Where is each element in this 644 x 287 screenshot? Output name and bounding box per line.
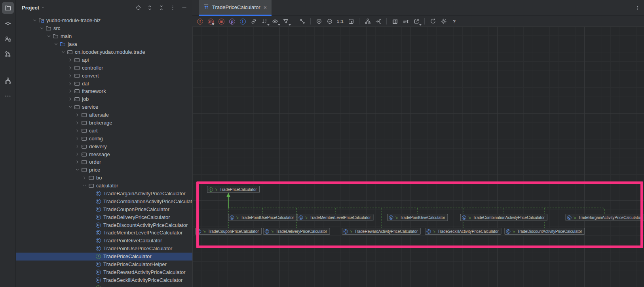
tree-chevron-icon[interactable] bbox=[59, 49, 66, 55]
tree-item[interactable]: I bbox=[16, 284, 192, 287]
apply-layout-icon[interactable] bbox=[364, 18, 371, 25]
tree-chevron-icon[interactable] bbox=[74, 127, 81, 134]
tree-item[interactable]: framework bbox=[16, 87, 192, 95]
tree-chevron-icon[interactable] bbox=[74, 112, 81, 118]
tree-item[interactable]: src bbox=[16, 25, 192, 32]
options-menu-icon[interactable] bbox=[168, 3, 177, 12]
tree-chevron-icon[interactable] bbox=[66, 57, 74, 63]
tree-item[interactable]: calculator bbox=[16, 182, 192, 190]
tree-chevron-icon[interactable] bbox=[74, 120, 81, 126]
tree-item[interactable]: controller bbox=[16, 64, 192, 72]
diagram-node[interactable]: I TradePriceCalculator bbox=[207, 186, 260, 193]
sort-icon[interactable] bbox=[261, 18, 268, 25]
zoom-out-icon[interactable] bbox=[326, 18, 333, 25]
tab-bar-options-icon[interactable] bbox=[633, 4, 642, 12]
tree-chevron-icon[interactable] bbox=[66, 80, 74, 87]
tree-item[interactable]: C TradeCombinationActivityPriceCalculato… bbox=[16, 197, 192, 205]
structure-icon[interactable] bbox=[2, 75, 14, 87]
tree-chevron-icon[interactable] bbox=[74, 167, 81, 173]
tree-item[interactable]: C TradeRewardActivityPriceCalculator bbox=[16, 268, 192, 276]
methods-icon[interactable]: m bbox=[218, 18, 225, 25]
diagram-node[interactable]: C TradeCouponPriceCalculator bbox=[195, 228, 262, 235]
node-details-icon[interactable] bbox=[402, 18, 409, 25]
commit-icon[interactable] bbox=[2, 17, 14, 29]
project-icon[interactable] bbox=[2, 2, 14, 14]
diagram-node[interactable]: C TradePointUsePriceCalculator bbox=[228, 214, 296, 221]
help-icon[interactable]: ? bbox=[451, 18, 458, 25]
tree-item[interactable]: C TradeBargainActivityPriceCalculator bbox=[16, 190, 192, 198]
tree-item[interactable]: message bbox=[16, 150, 192, 158]
tree-item[interactable]: C TradePointUsePriceCalculator bbox=[16, 245, 192, 253]
tree-chevron-icon[interactable] bbox=[74, 151, 81, 157]
tree-chevron-icon[interactable] bbox=[66, 96, 74, 102]
tree-chevron-icon[interactable] bbox=[66, 72, 74, 79]
tree-chevron-icon[interactable] bbox=[66, 64, 74, 71]
close-icon[interactable]: × bbox=[263, 5, 267, 10]
diagram-node[interactable]: C TradeDiscountActivityPriceCalculator bbox=[504, 228, 585, 235]
route-edges-icon[interactable] bbox=[375, 18, 382, 25]
tree-item[interactable]: C TradePointGiveCalculator bbox=[16, 237, 192, 245]
tree-chevron-icon[interactable] bbox=[66, 88, 74, 94]
tree-item[interactable]: delivery bbox=[16, 142, 192, 150]
settings-icon[interactable] bbox=[440, 18, 447, 25]
diagram-node[interactable]: C TradeBargainActivityPriceCalculator bbox=[566, 214, 644, 221]
tree-item[interactable]: C TradePriceCalculatorHelper bbox=[16, 261, 192, 268]
actual-size-icon[interactable]: 1:1 bbox=[337, 18, 344, 25]
properties-icon[interactable]: p bbox=[229, 18, 236, 25]
fields-icon[interactable]: f bbox=[197, 18, 203, 25]
tree-item[interactable]: main bbox=[16, 32, 192, 40]
tree-item[interactable]: C TradeSeckillActivityPriceCalculator bbox=[16, 276, 192, 284]
edge-creation-icon[interactable] bbox=[299, 18, 306, 25]
tree-chevron-icon[interactable] bbox=[81, 183, 88, 189]
tree-item[interactable]: job bbox=[16, 95, 192, 103]
fit-content-icon[interactable] bbox=[348, 18, 354, 25]
tree-chevron-icon[interactable] bbox=[74, 143, 81, 149]
tree-item-selected[interactable]: I TradePriceCalculator bbox=[16, 253, 192, 261]
diagram-node[interactable]: C TradeCombinationActivityPriceCalculato… bbox=[460, 214, 547, 221]
tree-item[interactable]: convert bbox=[16, 72, 192, 79]
tree-item[interactable]: C TradeDeliveryPriceCalculator bbox=[16, 213, 192, 221]
export-icon[interactable] bbox=[413, 18, 420, 25]
tree-chevron-icon[interactable] bbox=[31, 17, 38, 24]
tree-item[interactable]: C TradeCouponPriceCalculator bbox=[16, 205, 192, 213]
tree-item[interactable]: bo bbox=[16, 174, 192, 182]
tree-item[interactable]: yudao-module-trade-biz bbox=[16, 17, 192, 25]
tree-item[interactable]: price bbox=[16, 166, 192, 174]
tree-chevron-icon[interactable] bbox=[81, 175, 88, 181]
tree-item[interactable]: C TradeMemberLevelPriceCalculator bbox=[16, 229, 192, 237]
hide-panel-icon[interactable] bbox=[180, 3, 188, 12]
locate-file-icon[interactable] bbox=[134, 3, 142, 12]
zoom-in-icon[interactable] bbox=[315, 18, 322, 25]
tree-item[interactable]: api bbox=[16, 56, 192, 64]
project-panel-title[interactable]: Project bbox=[22, 5, 45, 11]
refresh-icon[interactable] bbox=[429, 18, 436, 25]
tree-item[interactable]: order bbox=[16, 158, 192, 166]
tree-item[interactable]: java bbox=[16, 40, 192, 48]
diagram-canvas[interactable]: I TradePriceCalculator C TradePointUsePr… bbox=[192, 26, 644, 287]
filter-icon[interactable] bbox=[282, 18, 289, 25]
tree-item[interactable]: C TradeDiscountActivityPriceCalculator bbox=[16, 221, 192, 229]
tree-chevron-icon[interactable] bbox=[45, 33, 52, 40]
pull-requests-icon[interactable]: ? bbox=[2, 33, 14, 45]
tree-item[interactable]: dal bbox=[16, 79, 192, 87]
expand-all-icon[interactable] bbox=[145, 3, 154, 12]
diagram-node[interactable]: C TradeDeliveryPriceCalculator bbox=[263, 228, 330, 235]
visibility-icon[interactable] bbox=[272, 18, 278, 25]
more-tool-windows-icon[interactable] bbox=[2, 90, 14, 102]
diagram-node[interactable]: C TradePointGiveCalculator bbox=[387, 214, 448, 221]
tree-chevron-icon[interactable] bbox=[38, 25, 45, 32]
diagram-node[interactable]: C TradeMemberLevelPriceCalculator bbox=[297, 214, 373, 221]
tree-item[interactable]: service bbox=[16, 103, 192, 111]
copy-diagram-icon[interactable] bbox=[391, 18, 398, 25]
tree-chevron-icon[interactable] bbox=[52, 41, 59, 47]
link-icon[interactable] bbox=[250, 18, 257, 25]
tree-item[interactable]: aftersale bbox=[16, 111, 192, 119]
diagram-node[interactable]: C TradeRewardActivityPriceCalculator bbox=[342, 228, 421, 235]
collapse-all-icon[interactable] bbox=[157, 3, 165, 12]
tree-chevron-icon[interactable] bbox=[66, 104, 74, 110]
tree-item[interactable]: config bbox=[16, 134, 192, 142]
diagram-node[interactable]: C TradeSeckillActivityPriceCalculator bbox=[425, 228, 501, 235]
tree-chevron-icon[interactable] bbox=[74, 135, 81, 142]
tree-item[interactable]: brokerage bbox=[16, 119, 192, 127]
tree-item[interactable]: cn.iocoder.yudao.module.trade bbox=[16, 48, 192, 56]
